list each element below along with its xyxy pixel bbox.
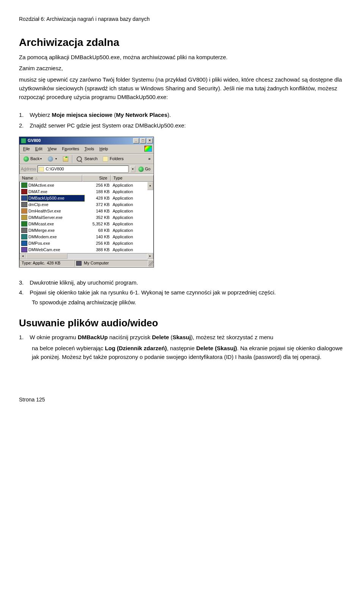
file-name: DMMailServer.exe — [28, 214, 85, 221]
step-4-continuation: To spowoduje zdalną archiwizację plików. — [32, 298, 345, 307]
scroll-track[interactable] — [67, 253, 147, 259]
scroll-up-button[interactable]: ▴ — [147, 182, 153, 190]
intro-line2-rest: musisz się upewnić czy zarówno Twój fold… — [19, 76, 342, 101]
step-1-num: 1. — [19, 110, 28, 119]
file-row[interactable]: DmHealthSvr.exe 148 KB Application — [20, 208, 153, 214]
resize-grip[interactable] — [148, 261, 154, 266]
search-label: Search — [84, 156, 97, 162]
file-type: Application — [113, 227, 152, 234]
go-label: Go — [145, 166, 151, 172]
address-label: Address — [21, 166, 36, 172]
step-3-num: 3. — [19, 278, 28, 287]
file-name: DMAT.exe — [28, 189, 85, 195]
column-header-name[interactable]: Name △ — [19, 175, 82, 182]
file-name: dmClp.exe — [28, 201, 85, 208]
scroll-right-button[interactable]: ▸ — [147, 253, 153, 259]
up-button[interactable] — [60, 155, 71, 163]
file-type: Application — [113, 201, 152, 208]
sort-indicator-icon: △ — [35, 176, 38, 181]
status-pane-location: My Computer — [74, 260, 148, 267]
file-row[interactable]: DMMailServer.exe 352 KB Application — [20, 214, 153, 221]
file-row[interactable]: DMModem.exe 140 KB Application — [20, 234, 153, 240]
file-size: 352 KB — [85, 214, 113, 221]
maximize-button[interactable]: □ — [140, 138, 146, 143]
file-type: Application — [113, 214, 152, 221]
scroll-thumb[interactable] — [26, 253, 67, 259]
file-name: DMBackUp500.exe — [28, 195, 85, 201]
exe-icon — [21, 195, 27, 201]
file-row[interactable]: DMMcast.exe 5,352 KB Application — [20, 221, 153, 227]
file-size: 188 KB — [85, 189, 113, 195]
scroll-left-button[interactable]: ◂ — [20, 253, 26, 259]
status-bar: Type: Applic. 428 KB My Computer — [19, 260, 154, 267]
file-size: 140 KB — [85, 234, 113, 240]
intro-line1: Za pomocą aplikacji DMBackUp500.exe, moż… — [19, 54, 228, 60]
step-1: 1. Wybierz Moje miejsca sieciowe (My Net… — [19, 110, 345, 119]
close-button[interactable]: × — [147, 138, 153, 143]
exe-icon — [21, 215, 27, 220]
toolbar-overflow[interactable]: » — [147, 155, 152, 163]
file-type: Application — [113, 221, 152, 227]
menu-view[interactable]: View — [46, 145, 59, 153]
folders-button[interactable]: Folders — [100, 155, 126, 163]
file-type: Application — [113, 234, 152, 240]
file-type: Application — [113, 182, 152, 189]
exe-icon — [21, 234, 27, 239]
titlebar[interactable]: GV800 _ □ × — [19, 137, 154, 145]
file-row[interactable]: DMMerge.exe 68 KB Application — [20, 227, 153, 234]
file-list: ▴ DMActive.exe 256 KB Application DMAT.e… — [19, 182, 154, 260]
file-name: DMActive.exe — [28, 182, 85, 189]
menu-edit[interactable]: Edit — [33, 145, 45, 153]
file-row[interactable]: dmClp.exe 372 KB Application — [20, 201, 153, 208]
status-size-text: 428 KB — [47, 260, 60, 266]
address-dropdown[interactable]: ▼ — [130, 166, 135, 172]
file-type: Application — [113, 189, 152, 195]
menu-file[interactable]: File — [21, 145, 32, 153]
file-name: DMWebCam.exe — [28, 247, 85, 253]
exe-icon — [21, 221, 27, 227]
go-button[interactable]: Go — [137, 166, 152, 172]
file-row-selected[interactable]: DMBackUp500.exe 428 KB Application — [20, 195, 153, 201]
file-row[interactable]: DMPos.exe 256 KB Application — [20, 240, 153, 247]
status-location-text: My Computer — [84, 260, 109, 266]
step-1-text: Wybierz Moje miejsca sieciowe (My Networ… — [30, 112, 171, 118]
column-header-type[interactable]: Type — [111, 175, 154, 182]
forward-button[interactable]: ▾ — [45, 155, 60, 163]
app-icon — [21, 138, 26, 143]
file-size: 5,352 KB — [85, 221, 113, 227]
search-icon — [77, 156, 82, 162]
file-name: DMPos.exe — [28, 240, 85, 247]
status-type-text: Type: Applic. — [22, 260, 45, 266]
page-number: Strona 125 — [19, 396, 345, 404]
step-4-text: Pojawi się okienko takie jak na rysunku … — [30, 289, 276, 296]
menu-tools[interactable]: Tools — [82, 145, 97, 153]
exe-icon — [21, 183, 27, 188]
folder-icon — [39, 167, 44, 172]
computer-icon — [76, 261, 82, 266]
forward-dropdown-arrow[interactable]: ▾ — [55, 157, 58, 161]
chapter-header: Rozdział 6: Archiwizacja nagrań i napraw… — [19, 15, 345, 24]
exe-icon — [21, 247, 27, 252]
folder-up-icon — [63, 156, 68, 162]
menubar: File Edit View Favorites Tools Help — [19, 145, 154, 153]
search-button[interactable]: Search — [74, 155, 100, 163]
menu-help[interactable]: Help — [97, 145, 110, 153]
column-header-size[interactable]: Size — [82, 175, 111, 182]
back-dropdown-arrow[interactable]: ▾ — [39, 157, 42, 161]
file-size: 372 KB — [85, 201, 113, 208]
step-4: 4. Pojawi się okienko takie jak na rysun… — [19, 288, 345, 297]
back-button[interactable]: Back ▾ — [21, 155, 45, 163]
back-label: Back — [30, 156, 39, 162]
address-input[interactable]: C:\GV800 — [38, 165, 129, 173]
horizontal-scrollbar[interactable]: ◂ ▸ — [20, 253, 153, 259]
file-row[interactable]: DMWebCam.exe 388 KB Application — [20, 247, 153, 253]
back-arrow-icon — [24, 156, 29, 162]
minimize-button[interactable]: _ — [133, 138, 139, 143]
menu-favorites[interactable]: Favorites — [60, 145, 81, 153]
intro-line2-lead: Zanim zaczniesz, — [19, 65, 63, 71]
explorer-window: GV800 _ □ × File Edit View Favorites Too… — [19, 137, 154, 268]
intro-paragraph-1: Za pomocą aplikacji DMBackUp500.exe, moż… — [19, 53, 345, 73]
file-row[interactable]: DMAT.exe 188 KB Application — [20, 189, 153, 195]
file-row[interactable]: DMActive.exe 256 KB Application — [20, 182, 153, 189]
file-size: 148 KB — [85, 208, 113, 214]
